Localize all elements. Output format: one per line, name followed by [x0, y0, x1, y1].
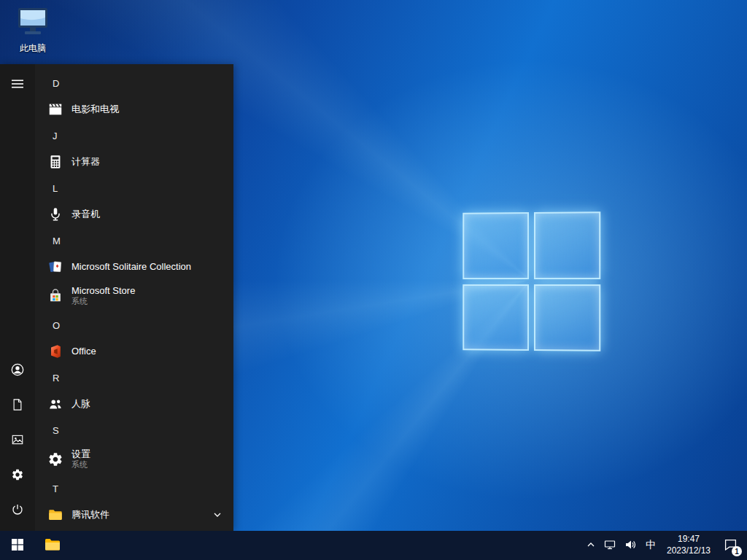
app-item-movies-tv[interactable]: 电影和电视	[35, 96, 233, 122]
app-group-letter-j[interactable]: J	[35, 122, 233, 149]
action-center-button[interactable]: 1	[716, 531, 744, 560]
app-item-microsoft-store[interactable]: Microsoft Store 系统	[35, 280, 233, 312]
app-label: Microsoft Store	[71, 285, 135, 297]
app-item-voice-recorder[interactable]: 录音机	[35, 201, 233, 228]
chevron-up-icon	[587, 540, 595, 551]
logo-pane	[462, 284, 528, 350]
logo-pane	[462, 212, 528, 279]
app-label: 设置	[71, 448, 90, 460]
app-item-settings[interactable]: 设置 系统	[35, 443, 233, 475]
account-button[interactable]	[0, 353, 35, 388]
start-menu: D 电影和电视 J	[0, 64, 233, 531]
pictures-button[interactable]	[0, 423, 35, 458]
power-icon	[11, 503, 24, 518]
desktop: 此电脑	[0, 0, 747, 560]
solitaire-icon	[47, 258, 64, 276]
clock-time: 19:47	[678, 534, 700, 545]
windows-logo	[462, 211, 600, 351]
settings-button[interactable]	[0, 458, 35, 493]
hamburger-icon	[12, 78, 23, 92]
app-group-letter-m[interactable]: M	[35, 228, 233, 254]
this-pc-label: 此电脑	[4, 42, 61, 55]
office-icon	[47, 343, 64, 360]
app-group-letter-r[interactable]: R	[35, 365, 233, 391]
app-item-tencent-folder[interactable]: 腾讯软件	[35, 502, 233, 528]
app-item-office[interactable]: Office	[35, 338, 233, 365]
clock[interactable]: 19:47 2023/12/13	[661, 531, 716, 560]
logo-pane	[533, 211, 600, 279]
settings-icon	[47, 451, 64, 468]
documents-icon	[11, 398, 24, 413]
system-tray: 中 19:47 2023/12/13 1	[582, 531, 747, 560]
ime-indicator[interactable]: 中	[640, 531, 661, 560]
voice-recorder-icon	[47, 206, 64, 223]
group-letter: J	[53, 131, 58, 141]
tray-overflow-button[interactable]	[582, 531, 600, 560]
app-sublabel: 系统	[71, 297, 135, 307]
network-icon	[604, 539, 616, 553]
group-letter: L	[53, 183, 58, 194]
app-group-letter-s[interactable]: S	[35, 417, 233, 443]
app-item-calculator[interactable]: 计算器	[35, 149, 233, 175]
taskbar: 中 19:47 2023/12/13 1	[0, 531, 747, 560]
group-letter: O	[53, 320, 60, 331]
people-icon	[47, 395, 64, 413]
app-item-people[interactable]: 人脉	[35, 391, 233, 417]
app-group-letter-d[interactable]: D	[35, 70, 233, 96]
this-pc-icon	[15, 28, 50, 40]
app-group-letter-l[interactable]: L	[35, 175, 233, 201]
file-explorer-button[interactable]	[35, 531, 70, 560]
settings-icon	[11, 468, 24, 483]
volume-button[interactable]	[620, 531, 640, 560]
app-label: 腾讯软件	[71, 509, 109, 521]
folder-icon	[47, 506, 64, 524]
calculator-icon	[47, 153, 64, 171]
ime-label: 中	[646, 539, 656, 552]
logo-pane	[533, 284, 600, 351]
notification-badge: 1	[732, 546, 742, 556]
group-letter: T	[53, 483, 58, 494]
app-item-solitaire[interactable]: Microsoft Solitaire Collection	[35, 254, 233, 280]
app-label: Microsoft Solitaire Collection	[71, 261, 191, 273]
app-label: 人脉	[71, 398, 90, 410]
clock-date: 2023/12/13	[667, 545, 711, 557]
movies-tv-icon	[47, 101, 64, 118]
desktop-icon-this-pc[interactable]: 此电脑	[4, 6, 61, 55]
account-icon	[10, 362, 25, 379]
start-button[interactable]	[0, 531, 35, 560]
app-label: 计算器	[71, 156, 100, 168]
app-label: 电影和电视	[71, 104, 119, 115]
group-letter: D	[53, 78, 59, 89]
group-letter: S	[53, 425, 59, 436]
expand-menu-button[interactable]	[0, 67, 35, 102]
power-button[interactable]	[0, 493, 35, 528]
network-button[interactable]	[600, 531, 620, 560]
app-label: Office	[71, 346, 96, 357]
app-sublabel: 系统	[71, 460, 90, 470]
start-menu-rail	[0, 64, 35, 531]
documents-button[interactable]	[0, 388, 35, 423]
start-menu-app-list: D 电影和电视 J	[35, 64, 233, 531]
group-letter: M	[53, 236, 61, 246]
start-icon	[12, 539, 23, 553]
volume-icon	[624, 539, 636, 553]
pictures-icon	[11, 433, 24, 448]
app-group-letter-o[interactable]: O	[35, 312, 233, 338]
store-icon	[47, 287, 64, 305]
group-letter: R	[53, 373, 59, 384]
app-label: 录音机	[71, 209, 100, 220]
chevron-down-icon	[213, 510, 222, 519]
app-group-letter-t[interactable]: T	[35, 475, 233, 502]
file-explorer-icon	[44, 536, 61, 556]
